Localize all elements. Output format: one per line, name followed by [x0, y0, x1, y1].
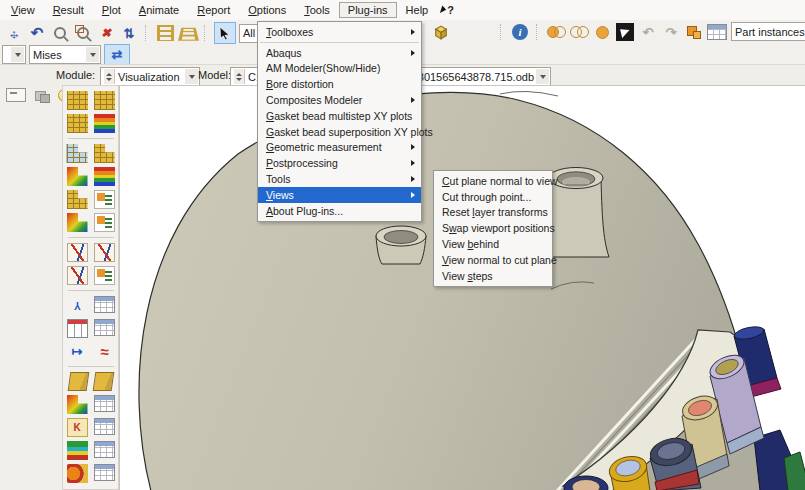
manipulate-tool-icon[interactable] — [35, 89, 49, 101]
menu-tools[interactable]: Tools — [295, 2, 339, 18]
shaded-cube-icon[interactable] — [431, 22, 451, 42]
plot-contours-icon[interactable] — [67, 167, 88, 186]
dropdown-arrow-icon[interactable] — [11, 47, 24, 62]
menu-report[interactable]: Report — [188, 2, 239, 18]
query-info-icon[interactable]: i — [510, 22, 530, 42]
menu-item-postprocessing[interactable]: Postprocessing — [258, 155, 421, 171]
pan-view-icon[interactable]: ↔ ↕ — [4, 23, 24, 43]
sync-frames-icon[interactable]: ⇄ — [104, 44, 130, 65]
dropdown-arrow-icon[interactable] — [185, 69, 198, 84]
multi-viewport-plot-icon[interactable] — [67, 91, 88, 110]
submenu-item-view-normal-to-cut-plane[interactable]: View normal to cut plane — [434, 252, 552, 268]
free-body-cut-icon[interactable]: ≈ — [94, 342, 115, 361]
field-output-small-combo[interactable] — [2, 45, 26, 64]
dropdown-arrow-icon[interactable] — [536, 69, 549, 84]
boolean-circle-icon[interactable] — [592, 22, 612, 42]
submenu-item-cut-plane-normal[interactable]: Cut plane normal to view — [434, 173, 552, 189]
probe-table-icon[interactable] — [94, 418, 115, 435]
zoom-box-icon[interactable] — [73, 23, 93, 43]
boolean-union-icon[interactable] — [569, 22, 589, 42]
primary-variable-combo[interactable]: Mises — [29, 45, 101, 64]
magnify-view-icon[interactable] — [50, 23, 70, 43]
probe-values-icon[interactable]: K — [67, 418, 88, 437]
report-table-icon[interactable] — [94, 395, 115, 412]
menu-item-toolboxes[interactable]: Toolboxes — [258, 24, 421, 40]
menu-item-geometric-measurement[interactable]: Geometric measurement — [258, 140, 421, 156]
cycle-views-icon[interactable]: ⇅ — [119, 23, 139, 43]
redo-icon[interactable]: ↷ — [661, 22, 681, 42]
viewport-canvas[interactable] — [119, 85, 805, 490]
clip-plot-icon[interactable] — [67, 464, 88, 483]
path-tool-icon[interactable]: ↦ — [67, 342, 88, 361]
xy-curve-list-icon[interactable] — [94, 266, 115, 285]
color-code-combo[interactable]: Part instances — [731, 22, 805, 41]
submenu-item-cut-through-point[interactable]: Cut through point... — [434, 189, 552, 205]
menu-options[interactable]: Options — [239, 2, 295, 18]
menu-item-am-modeler[interactable]: AM Modeler(Show/Hide) — [258, 61, 421, 77]
contour-report-icon[interactable] — [67, 395, 88, 414]
field-output-table-icon[interactable] — [94, 296, 115, 313]
boolean-intersect-icon[interactable] — [546, 22, 566, 42]
display-group-manager-icon[interactable] — [707, 22, 727, 42]
palette-row: K — [67, 418, 115, 437]
undo-icon[interactable]: ↶ — [638, 22, 658, 42]
menu-view[interactable]: View — [2, 2, 44, 18]
view-cut-manager-icon[interactable] — [92, 372, 114, 391]
xy-data-plot-icon[interactable] — [67, 243, 88, 262]
menu-plugins[interactable]: Plug-ins — [339, 2, 397, 18]
data-table-icon[interactable] — [94, 319, 115, 336]
render-wireframe-icon[interactable] — [155, 23, 175, 43]
dropdown-arrow-icon[interactable] — [86, 47, 99, 62]
clip-options-icon[interactable] — [94, 464, 115, 481]
menu-plot[interactable]: Plot — [93, 2, 130, 18]
menu-item-gasket-multistep[interactable]: Gasket bead multistep XY plots — [258, 108, 421, 124]
spinner-icon[interactable] — [234, 69, 245, 84]
contour-legend-icon[interactable] — [94, 114, 115, 133]
submenu-item-view-behind[interactable]: View behind — [434, 236, 552, 252]
menu-animate[interactable]: Animate — [130, 2, 188, 18]
previous-view-icon[interactable] — [6, 88, 26, 102]
toolbox-palette: ↦≈K — [62, 85, 119, 490]
grid-plot-icon[interactable] — [67, 114, 88, 133]
model-tree-icon[interactable] — [67, 296, 88, 315]
overlay-plot-icon[interactable] — [94, 91, 115, 110]
menu-item-abaqus[interactable]: Abaqus — [258, 45, 421, 61]
xy-plot-options-icon[interactable] — [94, 243, 115, 262]
stream-plot-icon[interactable] — [67, 441, 88, 460]
spinner-icon[interactable] — [104, 69, 115, 84]
stream-options-icon[interactable] — [94, 441, 115, 458]
render-perspective-icon[interactable] — [178, 23, 198, 43]
menu-result[interactable]: Result — [44, 2, 93, 18]
key-value-table-icon[interactable] — [67, 319, 88, 338]
menu-item-views[interactable]: Views — [258, 187, 421, 203]
plot-material-orientations-icon[interactable] — [67, 213, 88, 232]
submenu-item-reset-layer-transforms[interactable]: Reset layer transforms — [434, 205, 552, 221]
context-help-icon[interactable]: ? — [441, 4, 454, 16]
dome-seam — [500, 91, 558, 96]
menu-item-label: View normal to cut plane — [442, 254, 557, 266]
fit-glyph: ✖ — [101, 26, 111, 40]
menu-item-about-plugins[interactable]: About Plug-ins... — [258, 203, 421, 219]
menu-item-bore-distortion[interactable]: Bore distortion — [258, 76, 421, 92]
pointer-tool-icon[interactable] — [615, 22, 635, 42]
create-display-group-icon[interactable] — [684, 22, 704, 42]
plot-undeformed-icon[interactable] — [67, 144, 88, 163]
menu-item-tools[interactable]: Tools — [258, 171, 421, 187]
submenu-item-swap-viewport-positions[interactable]: Swap viewport positions — [434, 220, 552, 236]
select-cursor-icon[interactable] — [214, 22, 236, 44]
xy-thickness-plot-icon[interactable] — [67, 266, 88, 285]
query-tools-group: i ↶ ↷ — [497, 22, 763, 42]
menu-help[interactable]: Help — [397, 2, 438, 18]
module-combo[interactable]: Visualization — [100, 67, 200, 86]
submenu-item-view-steps[interactable]: View steps — [434, 268, 552, 284]
auto-fit-view-icon[interactable]: ✖ — [96, 23, 116, 43]
plot-symbols-icon[interactable] — [67, 190, 88, 209]
view-cut-icon[interactable] — [67, 372, 89, 391]
menu-item-composites-modeler[interactable]: Composites Modeler — [258, 92, 421, 108]
orientation-options-icon[interactable] — [94, 213, 115, 232]
menu-item-gasket-superposition[interactable]: Gasket bead superposition XY plots — [258, 124, 421, 140]
contour-options-icon[interactable] — [94, 167, 115, 186]
symbol-options-icon[interactable] — [94, 190, 115, 209]
plot-deformed-icon[interactable] — [94, 144, 115, 163]
rotate-view-icon[interactable]: ↶ — [27, 23, 47, 43]
